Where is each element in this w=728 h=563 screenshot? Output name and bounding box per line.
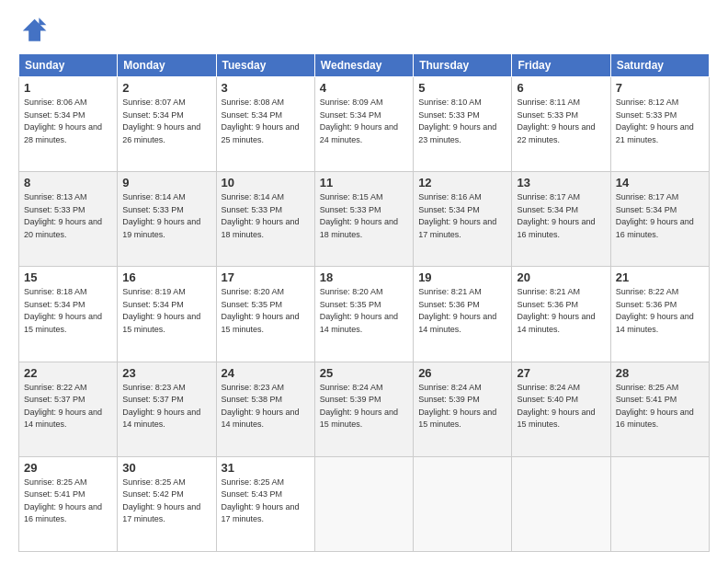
day-number: 27 <box>517 366 605 380</box>
day-info: Sunrise: 8:14 AMSunset: 5:33 PMDaylight:… <box>122 192 200 239</box>
day-info: Sunrise: 8:23 AMSunset: 5:38 PMDaylight:… <box>222 383 300 430</box>
day-info: Sunrise: 8:07 AMSunset: 5:34 PMDaylight:… <box>122 98 200 144</box>
table-row: 26 Sunrise: 8:24 AMSunset: 5:39 PMDaylig… <box>414 362 512 456</box>
day-number: 17 <box>222 270 310 284</box>
page: Sunday Monday Tuesday Wednesday Thursday… <box>0 0 728 563</box>
day-info: Sunrise: 8:25 AMSunset: 5:41 PMDaylight:… <box>616 383 694 430</box>
table-row: 25 Sunrise: 8:24 AMSunset: 5:39 PMDaylig… <box>314 362 413 456</box>
day-info: Sunrise: 8:23 AMSunset: 5:37 PMDaylight:… <box>122 383 200 430</box>
day-info: Sunrise: 8:19 AMSunset: 5:34 PMDaylight:… <box>122 287 200 334</box>
day-info: Sunrise: 8:22 AMSunset: 5:37 PMDaylight:… <box>24 383 102 430</box>
day-number: 1 <box>24 81 112 95</box>
day-number: 16 <box>122 270 210 284</box>
day-info: Sunrise: 8:10 AMSunset: 5:33 PMDaylight:… <box>418 98 496 144</box>
table-row: 27 Sunrise: 8:24 AMSunset: 5:40 PMDaylig… <box>512 362 610 456</box>
table-row: 10 Sunrise: 8:14 AMSunset: 5:33 PMDaylig… <box>216 172 314 267</box>
day-info: Sunrise: 8:24 AMSunset: 5:39 PMDaylight:… <box>320 383 398 430</box>
calendar-header-row: Sunday Monday Tuesday Wednesday Thursday… <box>19 54 710 77</box>
day-number: 9 <box>122 176 210 190</box>
day-info: Sunrise: 8:06 AMSunset: 5:34 PMDaylight:… <box>24 98 102 144</box>
day-info: Sunrise: 8:12 AMSunset: 5:33 PMDaylight:… <box>616 98 694 144</box>
calendar-week-4: 22 Sunrise: 8:22 AMSunset: 5:37 PMDaylig… <box>19 362 710 456</box>
day-info: Sunrise: 8:24 AMSunset: 5:40 PMDaylight:… <box>517 383 595 430</box>
table-row: 5 Sunrise: 8:10 AMSunset: 5:33 PMDayligh… <box>414 77 512 172</box>
day-info: Sunrise: 8:25 AMSunset: 5:42 PMDaylight:… <box>122 477 200 524</box>
day-info: Sunrise: 8:20 AMSunset: 5:35 PMDaylight:… <box>222 287 300 334</box>
table-row: 16 Sunrise: 8:19 AMSunset: 5:34 PMDaylig… <box>118 267 216 362</box>
day-info: Sunrise: 8:13 AMSunset: 5:33 PMDaylight:… <box>24 192 102 239</box>
table-row: 1 Sunrise: 8:06 AMSunset: 5:34 PMDayligh… <box>19 77 118 172</box>
table-row: 4 Sunrise: 8:09 AMSunset: 5:34 PMDayligh… <box>314 77 413 172</box>
table-row: 21 Sunrise: 8:22 AMSunset: 5:36 PMDaylig… <box>610 267 709 362</box>
table-row: 31 Sunrise: 8:25 AMSunset: 5:43 PMDaylig… <box>216 456 314 551</box>
col-monday: Monday <box>118 54 216 77</box>
table-row: 7 Sunrise: 8:12 AMSunset: 5:33 PMDayligh… <box>610 77 709 172</box>
day-number: 23 <box>122 366 210 380</box>
table-row: 17 Sunrise: 8:20 AMSunset: 5:35 PMDaylig… <box>216 267 314 362</box>
col-sunday: Sunday <box>19 54 118 77</box>
table-row: 15 Sunrise: 8:18 AMSunset: 5:34 PMDaylig… <box>19 267 118 362</box>
day-info: Sunrise: 8:17 AMSunset: 5:34 PMDaylight:… <box>616 192 694 239</box>
day-number: 14 <box>616 176 704 190</box>
day-number: 5 <box>418 81 506 95</box>
day-info: Sunrise: 8:15 AMSunset: 5:33 PMDaylight:… <box>320 192 398 239</box>
day-info: Sunrise: 8:11 AMSunset: 5:33 PMDaylight:… <box>517 98 595 144</box>
day-info: Sunrise: 8:24 AMSunset: 5:39 PMDaylight:… <box>418 383 496 430</box>
day-info: Sunrise: 8:25 AMSunset: 5:41 PMDaylight:… <box>24 477 102 524</box>
table-row: 13 Sunrise: 8:17 AMSunset: 5:34 PMDaylig… <box>512 172 610 267</box>
table-row: 29 Sunrise: 8:25 AMSunset: 5:41 PMDaylig… <box>19 456 118 551</box>
day-info: Sunrise: 8:22 AMSunset: 5:36 PMDaylight:… <box>616 287 694 334</box>
day-number: 11 <box>320 176 408 190</box>
calendar-week-3: 15 Sunrise: 8:18 AMSunset: 5:34 PMDaylig… <box>19 267 710 362</box>
col-thursday: Thursday <box>414 54 512 77</box>
day-number: 22 <box>24 366 112 380</box>
day-info: Sunrise: 8:09 AMSunset: 5:34 PMDaylight:… <box>320 98 398 144</box>
table-row <box>314 456 413 551</box>
day-number: 15 <box>24 270 112 284</box>
table-row: 9 Sunrise: 8:14 AMSunset: 5:33 PMDayligh… <box>118 172 216 267</box>
table-row: 19 Sunrise: 8:21 AMSunset: 5:36 PMDaylig… <box>414 267 512 362</box>
day-number: 10 <box>222 176 310 190</box>
table-row: 30 Sunrise: 8:25 AMSunset: 5:42 PMDaylig… <box>118 456 216 551</box>
table-row: 18 Sunrise: 8:20 AMSunset: 5:35 PMDaylig… <box>314 267 413 362</box>
table-row: 2 Sunrise: 8:07 AMSunset: 5:34 PMDayligh… <box>118 77 216 172</box>
day-number: 8 <box>24 176 112 190</box>
day-info: Sunrise: 8:08 AMSunset: 5:34 PMDaylight:… <box>222 98 300 144</box>
calendar-week-5: 29 Sunrise: 8:25 AMSunset: 5:41 PMDaylig… <box>19 456 710 551</box>
table-row: 20 Sunrise: 8:21 AMSunset: 5:36 PMDaylig… <box>512 267 610 362</box>
table-row: 3 Sunrise: 8:08 AMSunset: 5:34 PMDayligh… <box>216 77 314 172</box>
table-row <box>414 456 512 551</box>
day-info: Sunrise: 8:25 AMSunset: 5:43 PMDaylight:… <box>222 477 300 524</box>
table-row: 14 Sunrise: 8:17 AMSunset: 5:34 PMDaylig… <box>610 172 709 267</box>
table-row: 24 Sunrise: 8:23 AMSunset: 5:38 PMDaylig… <box>216 362 314 456</box>
day-info: Sunrise: 8:20 AMSunset: 5:35 PMDaylight:… <box>320 287 398 334</box>
header <box>18 15 710 44</box>
generalblue-icon <box>18 15 48 44</box>
col-friday: Friday <box>512 54 610 77</box>
table-row: 23 Sunrise: 8:23 AMSunset: 5:37 PMDaylig… <box>118 362 216 456</box>
day-number: 25 <box>320 366 408 380</box>
calendar-table: Sunday Monday Tuesday Wednesday Thursday… <box>18 53 710 552</box>
day-number: 30 <box>122 461 210 475</box>
calendar-week-2: 8 Sunrise: 8:13 AMSunset: 5:33 PMDayligh… <box>19 172 710 267</box>
day-number: 19 <box>418 270 506 284</box>
table-row: 22 Sunrise: 8:22 AMSunset: 5:37 PMDaylig… <box>19 362 118 456</box>
table-row: 11 Sunrise: 8:15 AMSunset: 5:33 PMDaylig… <box>314 172 413 267</box>
day-number: 24 <box>222 366 310 380</box>
day-number: 6 <box>517 81 605 95</box>
table-row <box>512 456 610 551</box>
logo <box>18 15 51 44</box>
day-number: 3 <box>222 81 310 95</box>
day-info: Sunrise: 8:16 AMSunset: 5:34 PMDaylight:… <box>418 192 496 239</box>
day-info: Sunrise: 8:17 AMSunset: 5:34 PMDaylight:… <box>517 192 595 239</box>
day-info: Sunrise: 8:21 AMSunset: 5:36 PMDaylight:… <box>517 287 595 334</box>
day-number: 2 <box>122 81 210 95</box>
day-number: 28 <box>616 366 704 380</box>
day-info: Sunrise: 8:18 AMSunset: 5:34 PMDaylight:… <box>24 287 102 334</box>
day-number: 31 <box>222 461 310 475</box>
day-number: 21 <box>616 270 704 284</box>
day-number: 26 <box>418 366 506 380</box>
col-saturday: Saturday <box>610 54 709 77</box>
day-number: 20 <box>517 270 605 284</box>
day-number: 18 <box>320 270 408 284</box>
